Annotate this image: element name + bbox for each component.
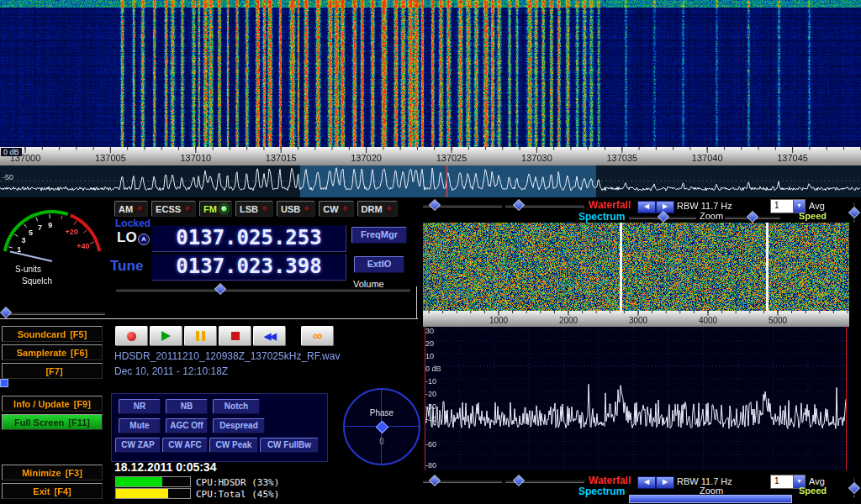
cpu-total-bar (115, 488, 191, 499)
waterfall-contrast-slider-handle[interactable] (513, 475, 525, 486)
mode-label: AM (119, 204, 133, 214)
recording-filename: HDSDR_20111210_120938Z_137025kHz_RF.wav (114, 350, 340, 362)
nr-button[interactable]: NR (119, 399, 161, 414)
mode-label: LSB (240, 204, 258, 214)
mute-button[interactable]: Mute (119, 418, 161, 433)
tune-marker-line (446, 165, 447, 197)
mode-selector: AM ECSS FM LSB USB CW DRM (114, 201, 398, 217)
cw-fullbw-button[interactable]: CW FullBw (260, 438, 319, 453)
notch-button[interactable]: Notch (213, 399, 260, 414)
vertical-slider-handle[interactable] (848, 207, 860, 218)
display-controls-top: Waterfall ◀ ▶ RBW 11.7 Hz 1 ▼ Avg Spectr… (420, 199, 861, 224)
exit-button[interactable]: Exit [F4] (2, 483, 103, 499)
stop-button[interactable] (219, 326, 251, 346)
phase-marker (376, 421, 389, 434)
audio-spectrum[interactable] (423, 327, 849, 470)
phase-label: Phase (345, 408, 419, 417)
cw-peak-button[interactable]: CW Peak (209, 438, 258, 453)
freqmgr-button[interactable]: FreqMgr (351, 227, 407, 244)
speed-label: Speed (799, 211, 827, 221)
mode-led-icon (261, 205, 269, 213)
info-update-button[interactable]: Info / Update [F9] (2, 396, 103, 412)
speed-slider-handle[interactable] (747, 211, 758, 223)
play-button[interactable] (150, 326, 182, 346)
mode-label: DRM (362, 204, 383, 214)
mode-led-icon (342, 205, 350, 213)
button-label: Minimize (22, 468, 61, 478)
loop-button[interactable]: ∞ (301, 326, 334, 346)
waterfall-contrast-slider-handle[interactable] (513, 199, 525, 211)
lo-lock-badge[interactable]: A (138, 234, 150, 245)
zoom-scrollbar[interactable] (629, 495, 792, 503)
waterfall-shift-spinner[interactable]: ◀ ▶ (637, 201, 674, 213)
soundcard-button[interactable]: Soundcard [F5] (2, 326, 103, 342)
zoom-label: Zoom (700, 211, 723, 221)
right-waterfall[interactable] (423, 223, 849, 311)
nb-button[interactable]: NB (166, 399, 208, 414)
button-key: [F7] (45, 366, 62, 376)
avg-value: 1 (771, 475, 793, 488)
left-slider-handle[interactable] (0, 379, 8, 387)
waterfall-level-slider-handle[interactable] (429, 475, 441, 486)
mode-usb[interactable]: USB (277, 201, 315, 217)
divider (0, 318, 418, 319)
phase-indicator: Phase 0 (343, 388, 420, 465)
pause-button[interactable] (184, 326, 217, 346)
minimize-button[interactable]: Minimize [F3] (2, 465, 103, 480)
button-key: [F6] (71, 348, 87, 358)
cpu-hdsdr-bar (115, 476, 191, 487)
phase-value: 0 (345, 437, 419, 446)
waterfall-shift-spinner[interactable]: ◀ ▶ (637, 476, 674, 489)
dsp-panel: NR NB Notch Mute AGC Off Despread CW ZAP… (111, 393, 328, 462)
left-arrow-icon[interactable]: ◀ (637, 476, 656, 489)
lo-label: LO (117, 229, 137, 246)
fullscreen-button[interactable]: Full Screen [F11] (2, 414, 103, 430)
mode-cw[interactable]: CW (319, 201, 353, 217)
main-waterfall[interactable] (0, 0, 861, 147)
cw-afc-button[interactable]: CW AFC (162, 438, 208, 453)
rewind-button[interactable]: ◀◀ (253, 326, 286, 346)
right-frequency-scale[interactable] (423, 311, 849, 327)
mode-drm[interactable]: DRM (357, 201, 398, 217)
transport-bar: ◀◀ ∞ (115, 326, 334, 346)
mode-ecss[interactable]: ECSS (151, 201, 196, 217)
mode-am[interactable]: AM (114, 201, 148, 217)
mode-led-icon (136, 205, 144, 213)
s-meter[interactable] (2, 207, 109, 307)
mode-lsb[interactable]: LSB (235, 201, 273, 217)
volume-slider-track[interactable] (116, 288, 410, 291)
vertical-slider-handle[interactable] (848, 482, 860, 494)
squelch-slider-track[interactable] (3, 312, 105, 315)
mode-led-icon (184, 205, 192, 213)
left-arrow-icon[interactable]: ◀ (637, 201, 656, 213)
squelch-slider-handle[interactable] (0, 307, 12, 318)
despread-button[interactable]: Despread (213, 418, 265, 433)
options-button[interactable]: [F7] (2, 363, 103, 379)
recording-timestamp: Dec 10, 2011 - 12:10:18Z (114, 365, 228, 377)
cw-zap-button[interactable]: CW ZAP (115, 438, 161, 453)
clock: 18.12.2011 0:05:34 (114, 460, 216, 474)
locked-label: Locked (115, 218, 151, 229)
right-arrow-icon[interactable]: ▶ (656, 201, 674, 213)
display-controls-bottom: Waterfall ◀ ▶ RBW 11.7 Hz 1 ▼ Avg Spectr… (420, 475, 861, 503)
mode-label: ECSS (156, 204, 181, 214)
samplerate-button[interactable]: Samplerate [F6] (2, 344, 103, 360)
main-spectrum-canvas (0, 165, 861, 197)
cpu-hdsdr-text: CPU:HDSDR (33%) (196, 477, 279, 488)
button-key: [F4] (55, 486, 71, 496)
main-frequency-scale[interactable] (0, 147, 861, 165)
stop-icon (231, 332, 240, 340)
right-arrow-icon[interactable]: ▶ (656, 476, 674, 489)
waterfall-level-slider-handle[interactable] (429, 199, 441, 211)
mode-fm[interactable]: FM (199, 201, 232, 217)
main-spectrum[interactable]: -50 (0, 165, 861, 197)
record-button[interactable] (115, 326, 148, 346)
tune-label: Tune (110, 258, 143, 275)
tune-frequency-display[interactable]: 0137.023.398 (151, 254, 346, 281)
extio-button[interactable]: ExtIO (354, 256, 404, 273)
main-db-top-label: 0 dB (1, 148, 22, 156)
lo-frequency-display[interactable]: 0137.025.253 (151, 225, 346, 252)
volume-slider-handle[interactable] (214, 283, 226, 295)
spectrum-label: Spectrum (578, 211, 625, 223)
agc-button[interactable]: AGC Off (166, 418, 208, 433)
